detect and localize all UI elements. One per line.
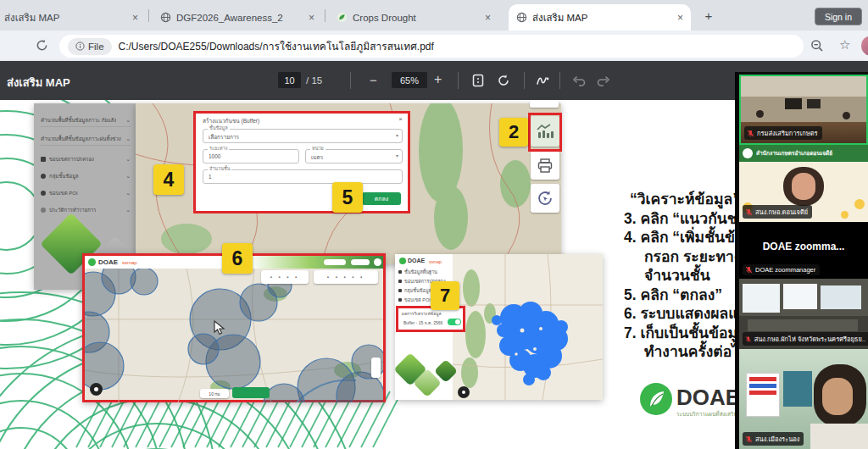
sign-in-button[interactable]: Sign in [815, 8, 862, 25]
person-shape [756, 110, 764, 118]
mic-muted-icon [745, 208, 753, 216]
zoom-out-button[interactable] [810, 39, 824, 56]
pdf-page-total: / 15 [306, 75, 322, 86]
refresh-view-button [531, 184, 559, 213]
video-tile-doae[interactable]: กรมส่งเสริมการเกษตร [739, 75, 868, 145]
tab-close-icon[interactable]: × [132, 13, 138, 23]
rotate-icon [497, 74, 510, 87]
tab-separator [148, 9, 149, 22]
dialog-title: สร้างแนวกันชน (Buffer) [203, 117, 259, 125]
flower-decoration [841, 211, 849, 219]
tab-crops-drought[interactable]: Crops Drought × [329, 4, 498, 30]
reload-button[interactable] [36, 39, 48, 55]
tab-dgf2026[interactable]: DGF2026_Awareness_2 × [153, 4, 322, 30]
pdf-page-input[interactable]: 10 [278, 72, 301, 88]
screen: ส่งเสริม MAP × DGF2026_Awareness_2 × Cro… [0, 0, 868, 449]
redo-button[interactable] [593, 70, 614, 91]
window-shape [743, 284, 780, 313]
video-tile-zoommanager[interactable]: DOAE zoomma... DOAE zoommanager [739, 222, 868, 279]
info-icon [75, 42, 85, 51]
map-toolbar-group: ▪ ▪ ▪ ▪ [261, 270, 309, 284]
window-shape [821, 285, 861, 309]
step-badge-7: 7 [431, 281, 459, 310]
dialog-close-icon: × [398, 115, 403, 123]
undo-button[interactable] [569, 70, 589, 91]
pdf-title: ส่งเสริม MAP [7, 74, 70, 91]
separator [524, 72, 525, 89]
sidebar-item: คำนวณพื้นที่ชั้นข้อมูลภาวะ ภัยแล้ง⌄ [41, 114, 131, 127]
desk-shape [748, 319, 858, 331]
brand-ssmap: ssmap [122, 260, 137, 265]
poster-shape [746, 373, 780, 417]
address-bar[interactable]: File C:/Users/DOAE255/Downloads/การใช้งา… [59, 35, 804, 58]
screenshot-layer-toggle: DOAE ssmap ชั้นข้อมูลพื้นฐาน ขอบเขตการปก… [395, 254, 603, 400]
history-icon [41, 208, 46, 213]
map-zoom-widget [371, 358, 381, 378]
menu-item: กลุ่มชั้นข้อมูล [398, 287, 431, 294]
video-tile-phakhai[interactable]: สนง.กษอ.ผักไห่ จังหวัดพระนครศรีอยุธย.. [739, 279, 868, 349]
tab-ssmap-1[interactable]: ส่งเสริม MAP × [0, 4, 146, 30]
profile-avatar[interactable] [861, 36, 868, 56]
window-shape [783, 284, 817, 309]
distance-field: ระยะทาง 1000 [203, 149, 299, 164]
chevron-down-icon: ⌄ [125, 207, 131, 213]
zoom-out-pdf-button[interactable]: − [370, 73, 377, 87]
separator [458, 72, 459, 89]
step-badge-6: 6 [222, 243, 253, 274]
chip-label: File [88, 42, 104, 52]
sidebar-item: กลุ่มชั้นข้อมูล⌄ [41, 169, 131, 182]
new-tab-button[interactable]: + [700, 7, 717, 24]
redo-icon [597, 75, 610, 86]
header-pill [324, 259, 346, 265]
tab-close-icon[interactable]: × [677, 13, 683, 23]
zoom-in-pdf-button[interactable]: + [434, 72, 442, 87]
chevron-down-icon: ⌄ [125, 173, 131, 180]
undo-icon [572, 75, 586, 86]
tab-ssmap-active[interactable]: ส่งเสริม MAP × [509, 4, 691, 30]
bookmark-star-icon[interactable]: ☆ [839, 37, 850, 53]
fit-page-button[interactable] [468, 70, 488, 91]
poi-icon [41, 191, 46, 196]
video-tile-donchedi[interactable]: สำนักงานเกษตรอำเภอดอนเจดีย์ สนง.กษอ.ดอนเ… [739, 145, 868, 222]
dialog-submit-button: ตกลง [362, 192, 401, 205]
printer-icon [537, 158, 553, 173]
participant-label: สนง.เมืองระนอง [743, 432, 804, 446]
mic-muted-icon [745, 266, 753, 274]
reload-icon [36, 39, 48, 52]
mic-muted-icon [745, 435, 753, 443]
locate-icon [458, 386, 470, 398]
buffer-dialog-image: สร้างแนวกันชน (Buffer) × ชั้นข้อมูล เลือ… [193, 111, 410, 213]
pdf-zoom-level[interactable]: 65% [392, 72, 427, 88]
chevron-down-icon: ⌄ [125, 117, 131, 124]
annotate-button[interactable] [532, 70, 553, 91]
tab-label: Crops Drought [353, 13, 416, 23]
chevron-down-icon: ⌄ [125, 156, 131, 163]
sidebar-item: ขอบเขต POI⌄ [41, 186, 131, 199]
tab-label: ส่งเสริม MAP [532, 10, 587, 25]
step-badge-2: 2 [499, 118, 528, 147]
url-text: C:/Users/DOAE255/Downloads/การใช้งานเทคโ… [119, 38, 434, 54]
brand-doae: DOAE [408, 258, 425, 263]
tab-label: ส่งเสริม MAP [4, 10, 59, 25]
video-tile-ranong[interactable]: สนง.เมืองระนอง [739, 349, 868, 449]
print-tool-button [531, 151, 559, 180]
rotate-button[interactable] [493, 70, 514, 91]
menu-item: ชั้นข้อมูลพื้นฐาน [398, 269, 437, 275]
tab-close-icon[interactable]: × [309, 13, 314, 23]
leaf-icon [337, 12, 348, 23]
virtual-bg-banner: สำนักงานเกษตรอำเภอดอนเจดีย์ [739, 145, 868, 162]
map-green-button [232, 387, 270, 398]
annotation-box-2 [528, 113, 562, 152]
layer-toggle-on [448, 319, 461, 325]
separator [350, 72, 351, 89]
tab-close-icon[interactable]: × [485, 13, 491, 23]
result-section-label: ผลการวิเคราะห์ข้อมูล [402, 310, 442, 317]
tab-label: DGF2026_Awareness_2 [176, 13, 283, 23]
url-scheme-chip[interactable]: File [68, 38, 112, 55]
participant-label: DOAE zoommanager [743, 264, 820, 275]
chevron-down-icon: ⌄ [125, 136, 131, 142]
map-toolbar-group: ▪ ▪ ▪ ▪ ▪ [314, 270, 378, 284]
room-ceiling [741, 76, 866, 97]
group-icon [41, 174, 46, 179]
flower-decoration [854, 199, 865, 209]
